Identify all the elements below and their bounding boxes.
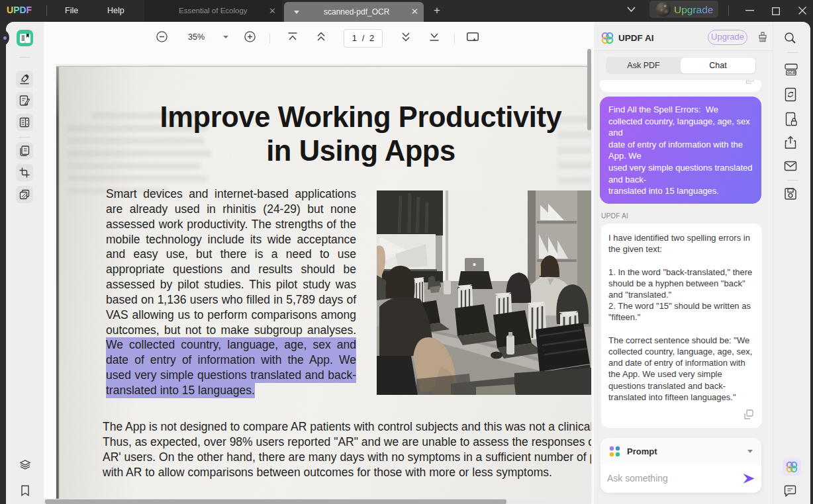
svg-text:OCR: OCR — [787, 71, 796, 75]
